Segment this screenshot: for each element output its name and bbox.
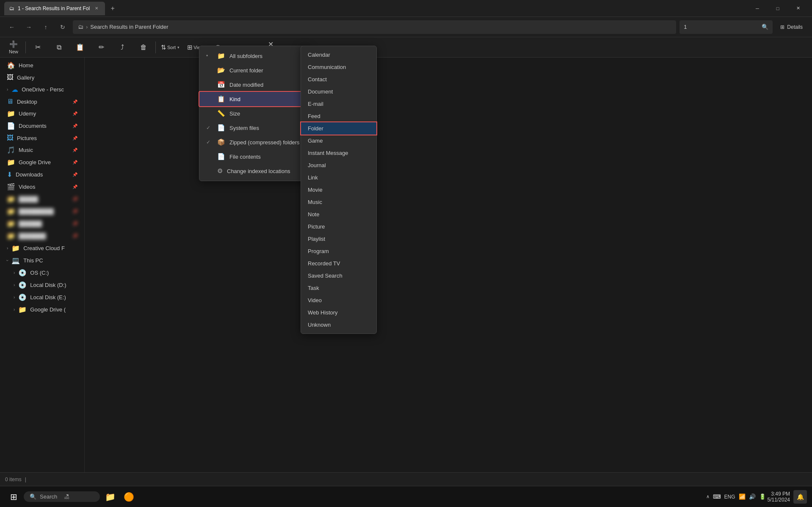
taskbar-time[interactable]: 3:49 PM 5/11/2024 [768, 491, 790, 503]
kind-task[interactable]: Task [301, 282, 376, 294]
kind-saved-search[interactable]: Saved Search [301, 270, 376, 282]
taskbar-app-fileexplorer[interactable]: 📁 [102, 488, 119, 505]
change-indexed-icon: ⚙ [217, 167, 223, 175]
kind-program[interactable]: Program [301, 245, 376, 257]
sidebar-item-pictures[interactable]: 🖼 Pictures 📌 [2, 132, 83, 144]
kind-unknown[interactable]: Unknown [301, 319, 376, 331]
pin-icon: 📌 [72, 148, 77, 152]
sidebar-item-label: Desktop [17, 99, 37, 105]
sidebar-item-documents[interactable]: 📄 Documents 📌 [2, 120, 83, 132]
kind-label: Communication [308, 64, 346, 70]
kind-document[interactable]: Document [301, 85, 376, 98]
paste-button[interactable]: 📋 [70, 41, 90, 53]
navigation-bar: ← → ↑ ↻ 🗂 › Search Results in Parent Fol… [0, 17, 812, 37]
sidebar-item-label: Creative Cloud F [23, 245, 65, 251]
sidebar-item-label: Documents [19, 123, 47, 129]
pin-icon: 📌 [72, 172, 77, 177]
details-button[interactable]: ⊞ Details [776, 22, 807, 32]
close-button[interactable]: ✕ [788, 2, 808, 15]
forward-button[interactable]: → [22, 20, 36, 34]
sidebar-item-label: Udemy [19, 110, 36, 117]
kind-video[interactable]: Video [301, 294, 376, 306]
delete-button[interactable]: 🗑 [133, 42, 154, 53]
kind-item[interactable]: 📋 Kind › [199, 92, 309, 106]
paste-icon: 📋 [76, 43, 84, 51]
toolbar: ➕ New ✂ ⧉ 📋 ✏ ⤴ 🗑 ⇅ Sort ▾ ⊞ View ▾ ⚙ Se… [0, 37, 812, 58]
kind-calendar[interactable]: Calendar [301, 49, 376, 61]
kind-picture[interactable]: Picture [301, 220, 376, 233]
sidebar-item-thispc[interactable]: › 💻 This PC [2, 254, 83, 267]
taskbar-app-chrome[interactable]: 🟠 [120, 488, 137, 505]
kind-folder[interactable]: Folder [301, 122, 376, 135]
cut-button[interactable]: ✂ [28, 41, 48, 53]
sidebar-item-downloads[interactable]: ⬇ Downloads 📌 [2, 168, 83, 181]
sidebar-item-desktop[interactable]: 🖥 Desktop 📌 [2, 96, 83, 107]
sort-button[interactable]: ⇅ Sort ▾ [157, 42, 183, 53]
kind-feed[interactable]: Feed [301, 110, 376, 122]
sidebar-item-videos[interactable]: 🎬 Videos 📌 [2, 181, 83, 193]
new-tab-button[interactable]: + [107, 3, 119, 14]
breadcrumb-text: Search Results in Parent Folder [90, 24, 168, 30]
sidebar-item-locale[interactable]: › 💿 Local Disk (E:) [2, 291, 83, 303]
system-tray-arrow[interactable]: ∧ [706, 494, 710, 499]
share-button[interactable]: ⤴ [112, 42, 133, 53]
pin-icon: 📌 [72, 209, 77, 214]
system-files-item[interactable]: ✓ 📄 System files [199, 121, 309, 135]
sidebar-item-osc[interactable]: › 💿 OS (C:) [2, 267, 83, 279]
kind-music[interactable]: Music [301, 196, 376, 208]
sort-arrow-icon: ▾ [177, 45, 180, 50]
maximize-button[interactable]: □ [768, 2, 787, 15]
search-bar[interactable]: 1 🔍 [679, 20, 773, 34]
sidebar-item-label: Music [19, 147, 33, 153]
refresh-button[interactable]: ↻ [56, 20, 69, 34]
start-button[interactable]: ⊞ [5, 488, 22, 505]
minimize-button[interactable]: ─ [748, 2, 767, 15]
sidebar-item-googledrive[interactable]: 📁 Google Drive 📌 [2, 156, 83, 168]
sidebar-item-creativecloud[interactable]: › 📁 Creative Cloud F [2, 242, 83, 254]
kind-game[interactable]: Game [301, 135, 376, 147]
zipped-folders-item[interactable]: ✓ 📦 Zipped (compressed) folders [199, 135, 309, 149]
kind-journal[interactable]: Journal [301, 159, 376, 171]
copy-button[interactable]: ⧉ [49, 42, 69, 53]
notification-icon[interactable]: 🔔 [793, 490, 807, 504]
sidebar-item-googledrive2[interactable]: › 📁 Google Drive ( [2, 303, 83, 316]
kind-communication[interactable]: Communication [301, 61, 376, 73]
active-tab[interactable]: 🗂 1 - Search Results in Parent Fol ✕ [4, 2, 105, 15]
sidebar-item-label: Local Disk (D:) [30, 282, 66, 288]
item-label: System files [229, 125, 259, 131]
date-modified-item[interactable]: 📅 Date modified › [199, 77, 309, 92]
sidebar-item-label: Google Drive ( [30, 306, 66, 313]
kind-note[interactable]: Note [301, 208, 376, 220]
new-button[interactable]: ➕ New [3, 39, 24, 56]
osc-icon: 💿 [18, 269, 27, 277]
current-folder-item[interactable]: 📂 Current folder [199, 63, 309, 77]
sidebar-item-locald[interactable]: › 💿 Local Disk (D:) [2, 279, 83, 291]
kind-recorded-tv[interactable]: Recorded TV [301, 257, 376, 270]
sidebar-item-label: ███████ [19, 233, 46, 239]
kind-email[interactable]: E-mail [301, 98, 376, 110]
rename-button[interactable]: ✏ [91, 41, 111, 53]
kind-link[interactable]: Link [301, 171, 376, 184]
back-button[interactable]: ← [5, 20, 19, 34]
sidebar-item-home[interactable]: 🏠 Home [2, 59, 83, 72]
sidebar-item-gallery[interactable]: 🖼 Gallery [2, 72, 83, 83]
sidebar-item-onedrive[interactable]: › ☁ OneDrive - Persc [2, 83, 83, 96]
up-button[interactable]: ↑ [39, 20, 52, 34]
kind-movie[interactable]: Movie [301, 184, 376, 196]
chrome-icon: 🟠 [124, 492, 134, 502]
sidebar-item-music[interactable]: 🎵 Music 📌 [2, 144, 83, 156]
kind-web-history[interactable]: Web History [301, 306, 376, 319]
size-item[interactable]: 📏 Size › [199, 106, 309, 121]
tab-close-button[interactable]: ✕ [93, 5, 100, 12]
breadcrumb-bar[interactable]: 🗂 › Search Results in Parent Folder [73, 20, 676, 34]
file-contents-item[interactable]: 📄 File contents [199, 149, 309, 164]
all-subfolders-item[interactable]: • 📁 All subfolders [199, 49, 309, 63]
kind-contact[interactable]: Contact [301, 73, 376, 85]
kind-playlist[interactable]: Playlist [301, 233, 376, 245]
taskbar-search[interactable]: 🔍 Search 🏖 [24, 491, 100, 502]
taskbar: ⊞ 🔍 Search 🏖 📁 🟠 ∧ ⌨ ENG 📶 🔊 🔋 3:49 PM 5… [0, 486, 812, 507]
change-indexed-item[interactable]: ⚙ Change indexed locations [199, 164, 309, 178]
sidebar-item-udemy[interactable]: 📁 Udemy 📌 [2, 107, 83, 120]
title-bar: 🗂 1 - Search Results in Parent Fol ✕ + ─… [0, 0, 812, 17]
kind-instant-message[interactable]: Instant Message [301, 147, 376, 159]
